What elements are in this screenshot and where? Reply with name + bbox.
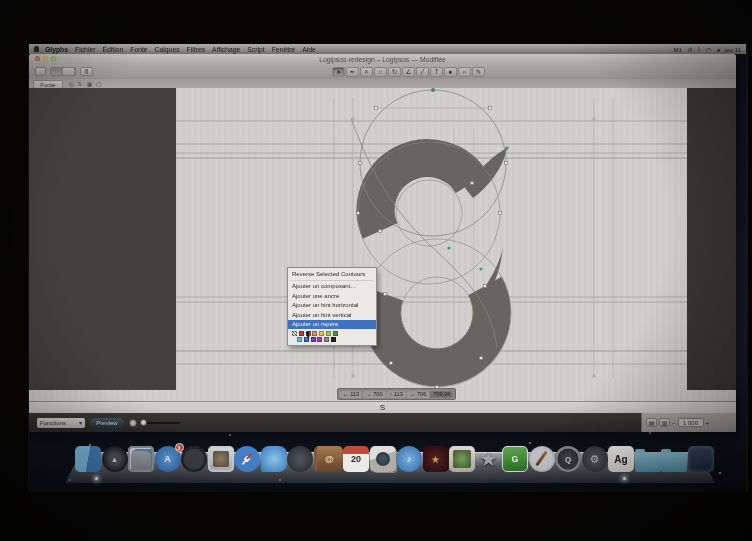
zoom-tool[interactable]: ⌕	[458, 67, 471, 77]
monitor-screen: Glyphs Fichier Édition Fonte Calques Fil…	[28, 44, 748, 492]
draw-tool[interactable]: ✒	[346, 67, 359, 77]
preview-size-slider-knob[interactable]	[140, 419, 147, 426]
rotate-tool[interactable]: ↻	[388, 67, 401, 77]
swatch-gray[interactable]	[324, 337, 329, 342]
menu-fenetre[interactable]: Fenêtre	[272, 46, 295, 53]
text-tool[interactable]: T	[430, 67, 443, 77]
menu-glyphs[interactable]: Glyphs	[45, 46, 68, 53]
wifi-icon[interactable]: ◠	[706, 46, 711, 53]
view-options-button-1[interactable]: ▤	[646, 418, 657, 427]
scale-tool[interactable]: ∠	[402, 67, 415, 77]
dock-glyphs-mini[interactable]: G	[502, 446, 528, 472]
erase-tool[interactable]: ×	[360, 67, 373, 77]
dock-ical[interactable]: 20	[343, 446, 369, 472]
glyph-editor-canvas[interactable]: Reverse Selected Contours Ajouter un com…	[29, 88, 736, 401]
menu-edition[interactable]: Édition	[102, 46, 123, 53]
swatch-none[interactable]	[292, 331, 297, 336]
menu-affichage[interactable]: Affichage	[212, 46, 240, 53]
menu-item-add-anchor[interactable]: Ajouter une ancre	[288, 291, 376, 301]
dock-system-preferences[interactable]: ⚙	[582, 446, 608, 472]
swatch-light-blue[interactable]	[297, 337, 302, 342]
menu-fonte[interactable]: Fonte	[130, 46, 147, 53]
grid-view-icon[interactable]: ▦	[87, 81, 92, 87]
gear-icon: ⚙	[590, 453, 600, 466]
menu-bar: Glyphs Fichier Édition Fonte Calques Fil…	[29, 44, 746, 54]
dock-finder[interactable]	[75, 446, 101, 472]
menu-item-add-component[interactable]: Ajouter un composant…	[288, 282, 376, 292]
dock-iweb[interactable]: ★	[476, 446, 502, 472]
sidebar-toggle-button[interactable]	[35, 67, 46, 76]
glyph-outline-drawing[interactable]	[29, 88, 736, 401]
menu-item-add-horizontal-hint[interactable]: Ajouter un hint horizontal	[288, 301, 376, 311]
zoom-level-field[interactable]: 1 000	[678, 418, 704, 427]
running-indicator-finder	[95, 477, 98, 480]
zoom-out-button[interactable]: −	[672, 420, 676, 426]
dock-imovie[interactable]: ★	[423, 446, 449, 472]
dock-folder-a[interactable]	[635, 452, 661, 472]
dock-safari[interactable]	[234, 446, 260, 472]
calendar-day: 20	[351, 454, 361, 464]
menubar-clock[interactable]: jeu 11	[725, 46, 741, 53]
list-view-icon[interactable]: ▢	[96, 81, 101, 87]
menu-item-add-vertical-hint[interactable]: Ajouter un hint vertical	[288, 310, 376, 320]
tab-glyph-s[interactable]: S	[78, 81, 82, 87]
ligature-preview-button[interactable]: fl	[80, 67, 93, 76]
menu-aide[interactable]: Aide	[302, 46, 316, 53]
overview-icon[interactable]: ◎	[69, 81, 74, 87]
primitives-tool[interactable]: ○	[374, 67, 387, 77]
dock-quicktime[interactable]: Q	[555, 446, 581, 472]
dock-ichat[interactable]	[261, 446, 287, 472]
dock: ▲ A1 @ 20 ♪ ★ ★ G Q ⚙ Ag	[75, 446, 714, 472]
at-sign: @	[325, 454, 334, 464]
dock-launchpad[interactable]: ▲	[102, 446, 128, 472]
apple-menu-icon[interactable]	[34, 46, 39, 52]
swatch-dark-green[interactable]	[333, 331, 338, 336]
view-mode-right-segment[interactable]	[63, 68, 75, 75]
select-tool[interactable]: ➤	[332, 67, 345, 77]
view-mode-left-segment[interactable]	[51, 68, 63, 75]
preview-toggle-button[interactable]: Preview	[90, 418, 124, 428]
dock-address-book[interactable]: @	[314, 446, 343, 472]
dock-preview[interactable]	[208, 446, 234, 472]
dock-glyphs-app[interactable]: Ag	[608, 446, 634, 472]
swatch-magenta[interactable]	[317, 337, 322, 342]
swatch-charcoal[interactable]	[331, 337, 336, 342]
bluetooth-icon[interactable]: ᛒ	[697, 46, 701, 53]
menu-script[interactable]: Script	[247, 46, 264, 53]
menu-calques[interactable]: Calques	[155, 46, 180, 53]
measure-tool[interactable]: ╱	[416, 67, 429, 77]
hand-tool[interactable]: ●	[444, 67, 457, 77]
pencil-tool[interactable]: ✎	[472, 67, 485, 77]
color-label-row-2	[288, 336, 376, 346]
context-menu-header[interactable]: Reverse Selected Contours	[288, 268, 376, 279]
input-menu-icon[interactable]: M1	[674, 46, 683, 53]
dock-documents-stack[interactable]	[688, 446, 714, 472]
window-bottom-bar: Fonctions ▾ Preview ▤ ▥ − 1 000 +	[29, 413, 736, 432]
swatch-yellow[interactable]	[319, 331, 324, 336]
swatch-red[interactable]	[299, 331, 304, 336]
refresh-icon[interactable]	[129, 419, 137, 427]
menu-fichier[interactable]: Fichier	[75, 46, 95, 53]
functions-dropdown[interactable]: Fonctions ▾	[37, 418, 85, 428]
dock-iphoto[interactable]	[449, 446, 475, 472]
tab-fonte[interactable]: Fonte	[33, 80, 63, 88]
menu-item-add-guide[interactable]: Ajouter un repère	[288, 320, 376, 330]
time-machine-icon[interactable]: ↺	[687, 46, 692, 53]
dock-photo-booth[interactable]	[370, 446, 396, 472]
zoom-in-button[interactable]: +	[706, 420, 710, 426]
dock-itunes[interactable]: ♪	[396, 446, 422, 472]
volume-icon[interactable]: ◂	[716, 46, 719, 53]
view-mode-segmented-control[interactable]	[50, 67, 76, 76]
dock-dashboard[interactable]	[181, 446, 207, 472]
dock-facetime[interactable]	[287, 446, 313, 472]
dock-garageband[interactable]	[529, 446, 555, 472]
view-options-button-2[interactable]: ▥	[659, 418, 670, 427]
glyph-info-bar[interactable]: ← 113 → 700 ↑ 113 ↔ 706 709,06	[337, 388, 456, 400]
preview-size-slider[interactable]	[142, 422, 180, 424]
dock-folder-b[interactable]	[661, 452, 687, 472]
swatch-light-green[interactable]	[326, 331, 331, 336]
dock-app-store[interactable]: A1	[155, 446, 181, 472]
gray-star-icon: ★	[480, 447, 498, 471]
menu-filtres[interactable]: Filtres	[187, 46, 206, 53]
dock-mission-control[interactable]	[128, 446, 154, 472]
